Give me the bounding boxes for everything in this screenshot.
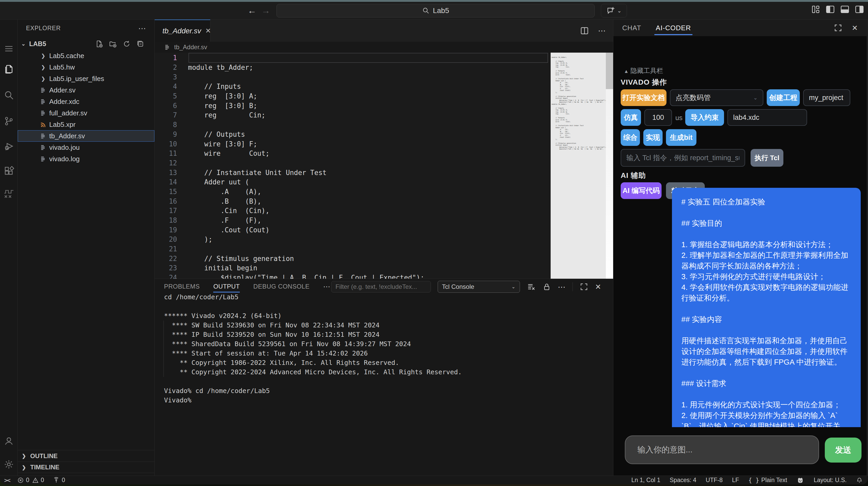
explorer-item-vivado-log[interactable]: vivado.log [18,153,154,164]
tab-tb-adder-sv[interactable]: tb_Adder.sv ✕ [155,20,210,42]
explorer-item-lab5-cache[interactable]: ❯ Lab5.cache [18,50,154,61]
open-doc-button[interactable]: 打开实验文档 [621,89,666,106]
minimap[interactable]: module tb_Adder; // Inputs reg [3:0] A; … [551,53,613,279]
customize-layout-icon[interactable] [811,4,820,14]
toggle-primary-sidebar-icon[interactable] [825,4,835,14]
toggle-panel-icon[interactable] [840,4,850,14]
search-view-icon[interactable] [3,89,14,101]
explorer-item-tb-adder-sv[interactable]: tb_Adder.sv [18,130,154,142]
copilot-chat-toggle[interactable]: ⌄ [601,4,627,18]
output-channel-select[interactable]: Tcl Console ⌄ [438,281,520,293]
tab-problems[interactable]: PROBLEMS [164,279,200,294]
explorer-item-full-adder-sv[interactable]: full_adder.sv [18,107,154,119]
keyboard-layout[interactable]: Layout: U.S. [814,477,847,484]
code-editor[interactable]: 12module tb_Adder;34 // Inputs5 reg [3:0… [155,53,613,279]
settings-gear-icon[interactable] [3,459,14,470]
code-line-3[interactable]: 3 [155,72,549,82]
indentation[interactable]: Spaces: 4 [670,477,696,484]
simulate-button[interactable]: 仿真 [621,109,641,126]
language-mode[interactable]: { } Plain Text [748,477,787,484]
demo-select[interactable]: 点亮数码管 ⌄ [670,89,763,106]
toggle-secondary-sidebar-icon[interactable] [855,4,864,14]
tab-debug-console[interactable]: DEBUG CONSOLE [253,279,310,294]
editor-more-icon[interactable]: ⋯ [598,26,606,35]
account-icon[interactable] [3,435,14,447]
explorer-icon[interactable] [3,63,14,75]
explorer-item-lab5-ip-user-files[interactable]: ❯ Lab5.ip_user_files [18,73,154,84]
code-line-6[interactable]: 6 reg [3:0] B; [155,101,549,111]
errors-indicator[interactable]: 0 [17,477,29,484]
code-line-19[interactable]: 19 .Cout (Cout) [155,225,549,235]
new-file-icon[interactable] [95,40,103,48]
code-line-18[interactable]: 18 .F (F), [155,216,549,225]
explorer-item-lab5-hw[interactable]: ❯ Lab5.hw [18,61,154,73]
explorer-item-lab5-xpr[interactable]: Lab5.xpr [18,119,154,130]
constraint-file-input[interactable] [727,109,807,126]
chat-intent-input[interactable] [625,435,819,464]
code-line-9[interactable]: 9 // Outputs [155,130,549,139]
implement-button[interactable]: 实现 [643,129,662,146]
expand-panel-icon[interactable] [834,24,842,32]
code-line-22[interactable]: 22 // Stimulus generation [155,254,549,263]
explorer-item-vivado-jou[interactable]: vivado.jou [18,142,154,153]
warnings-indicator[interactable]: 0 [32,477,44,484]
code-line-8[interactable]: 8 [155,120,549,130]
menu-icon[interactable] [3,43,14,55]
remote-indicator-icon[interactable]: >< [4,477,10,484]
code-line-23[interactable]: 23 initial begin [155,263,549,273]
project-name-input[interactable] [803,89,850,106]
code-line-10[interactable]: 10 wire [3:0] F; [155,139,549,149]
hide-toolbar-button[interactable]: ▲ 隐藏工具栏 [624,66,663,75]
code-line-1[interactable]: 1 [155,53,549,63]
explorer-item-adder-xdc[interactable]: Adder.xdc [18,96,154,107]
refresh-icon[interactable] [123,40,131,48]
sim-time-input[interactable] [644,109,672,126]
generate-bitstream-button[interactable]: 生成bit [666,129,696,146]
run-debug-icon[interactable] [3,141,14,152]
explorer-item-adder-sv[interactable]: Adder.sv [18,84,154,96]
output-console-text[interactable]: cd /home/coder/Lab5 ****** Vivado v2024.… [164,293,608,476]
run-tcl-button[interactable]: 执行 Tcl [751,149,783,167]
collapse-all-icon[interactable] [136,40,145,48]
code-line-4[interactable]: 4 // Inputs [155,82,549,91]
notifications-bell-icon[interactable] [856,477,863,484]
pet-icon[interactable] [797,476,804,484]
clear-output-icon[interactable] [527,282,535,291]
tab-chat[interactable]: CHAT [622,20,641,36]
breadcrumb[interactable]: tb_Adder.sv [155,42,613,53]
code-line-5[interactable]: 5 reg [3:0] A; [155,91,549,101]
nav-forward-button[interactable]: → [260,4,272,17]
timeline-section[interactable]: ❯ TIMELINE [18,461,154,473]
close-panel-icon[interactable]: ✕ [852,24,858,32]
synthesis-button[interactable]: 综合 [621,129,640,146]
command-center-search[interactable]: Lab5 [277,4,595,18]
code-line-17[interactable]: 17 .Cin (Cin), [155,206,549,216]
import-constraint-button[interactable]: 导入约束 [685,109,724,126]
code-line-12[interactable]: 12 [155,158,549,168]
waveform-view-icon[interactable] [3,188,14,200]
create-project-button[interactable]: 创建工程 [767,89,800,106]
editor-scrollbar[interactable] [606,53,613,279]
code-line-15[interactable]: 15 .A (A), [155,187,549,196]
extensions-icon[interactable] [3,165,14,177]
lock-scroll-icon[interactable] [542,282,551,291]
code-line-16[interactable]: 16 .B (B), [155,196,549,206]
code-line-20[interactable]: 20 ); [155,235,549,244]
panel-more-icon[interactable]: ⋯ [323,282,330,291]
code-line-11[interactable]: 11 wire Cout; [155,149,549,158]
code-line-21[interactable]: 21 [155,244,549,254]
ports-indicator[interactable]: 0 [53,477,65,484]
code-line-13[interactable]: 13 // Instantiate Unit Under Test [155,168,549,177]
scrollbar-thumb[interactable] [606,53,613,89]
code-line-7[interactable]: 7 reg Cin; [155,111,549,120]
outline-section[interactable]: ❯ OUTLINE [18,450,154,461]
folder-root-lab5[interactable]: ⌄ LAB5 [18,38,154,50]
ai-write-code-button[interactable]: AI 编写代码 [621,182,661,199]
close-panel-icon[interactable]: ✕ [595,282,601,291]
maximize-panel-icon[interactable] [580,282,588,291]
close-tab-icon[interactable]: ✕ [205,27,211,35]
code-line-2[interactable]: 2module tb_Adder; [155,63,549,72]
split-editor-icon[interactable] [580,26,589,35]
cursor-position[interactable]: Ln 1, Col 1 [631,477,660,484]
tab-ai-coder[interactable]: AI-CODER [656,20,691,36]
